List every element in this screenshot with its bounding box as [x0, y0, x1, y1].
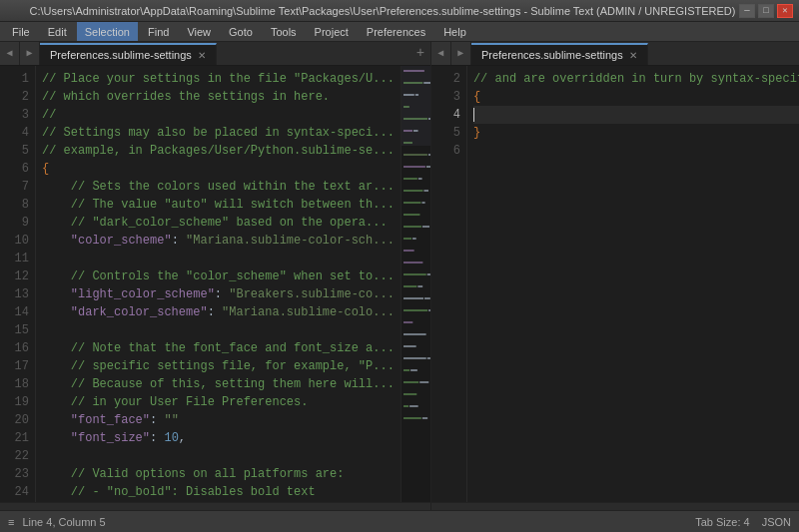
- menu-item-edit[interactable]: Edit: [40, 22, 75, 41]
- line-number: 13: [0, 285, 29, 303]
- line-number: 14: [0, 303, 29, 321]
- line-number: 15: [0, 321, 29, 339]
- code-token: :: [150, 431, 164, 445]
- left-tab-label: Preferences.sublime-settings: [50, 49, 192, 61]
- right-line-numbers: 23456: [431, 66, 467, 502]
- status-menu-icon[interactable]: ≡: [8, 516, 14, 528]
- left-code-content[interactable]: // Place your settings in the file "Pack…: [36, 66, 400, 502]
- code-token: // Settings may also be placed in syntax…: [42, 126, 395, 140]
- menu-bar: FileEditSelectionFindViewGotoToolsProjec…: [0, 22, 799, 42]
- line-number: 2: [0, 88, 29, 106]
- code-line: // Valid options on all platforms are:: [42, 465, 395, 483]
- right-tab-close-icon[interactable]: ✕: [629, 50, 637, 61]
- line-number: 3: [0, 106, 29, 124]
- left-tab-close-icon[interactable]: ✕: [198, 50, 206, 61]
- line-number: 9: [0, 214, 29, 232]
- code-token: "font_size": [42, 431, 150, 445]
- menu-item-selection[interactable]: Selection: [77, 22, 138, 41]
- right-panel: ◀ ▶ Preferences.sublime-settings ✕ + 234…: [431, 42, 799, 510]
- menu-item-help[interactable]: Help: [435, 22, 474, 41]
- cursor: [473, 108, 474, 122]
- left-tab-preferences[interactable]: Preferences.sublime-settings ✕: [40, 43, 217, 65]
- code-line: [42, 447, 395, 465]
- status-position: Line 4, Column 5: [22, 516, 105, 528]
- code-line: // Place your settings in the file "Pack…: [42, 70, 395, 88]
- menu-item-file[interactable]: File: [4, 22, 38, 41]
- code-line: {: [473, 88, 799, 106]
- right-tab-preferences[interactable]: Preferences.sublime-settings ✕: [471, 43, 648, 65]
- line-number: 19: [0, 393, 29, 411]
- line-number: 4: [431, 106, 460, 124]
- code-token: "light_color_scheme": [42, 287, 215, 301]
- left-tab-next[interactable]: ▶: [20, 42, 40, 65]
- code-line: // specific settings file, for example, …: [42, 357, 395, 375]
- line-number: 10: [0, 232, 29, 250]
- code-token: // Because of this, setting them here wi…: [42, 377, 395, 391]
- status-right: Tab Size: 4 JSON: [695, 516, 791, 528]
- editor-area: ◀ ▶ Preferences.sublime-settings ✕ + 123…: [0, 42, 799, 510]
- code-line: "font_face": "": [42, 411, 395, 429]
- menu-item-find[interactable]: Find: [140, 22, 177, 41]
- maximize-button[interactable]: □: [758, 4, 774, 18]
- line-number: 16: [0, 339, 29, 357]
- code-line: // - "no_italic": Disables italic text: [42, 501, 395, 502]
- window-controls[interactable]: ─ □ ✕: [739, 4, 793, 18]
- line-number: 2: [431, 70, 460, 88]
- code-token: "dark_color_scheme": [42, 305, 208, 319]
- code-token: //: [42, 108, 56, 122]
- code-line: // in your User File Preferences.: [42, 393, 395, 411]
- code-line: // example, in Packages/User/Python.subl…: [42, 142, 395, 160]
- code-line: "dark_color_scheme": "Mariana.sublime-co…: [42, 303, 395, 321]
- right-code-area: 23456 // and are overridden in turn by s…: [431, 66, 799, 502]
- title-text: C:\Users\Administrator\AppData\Roaming\S…: [26, 5, 739, 17]
- right-tab-prev[interactable]: ◀: [431, 42, 451, 65]
- left-tab-prev[interactable]: ◀: [0, 42, 20, 65]
- menu-item-preferences[interactable]: Preferences: [359, 22, 433, 41]
- menu-item-tools[interactable]: Tools: [263, 22, 305, 41]
- menu-item-goto[interactable]: Goto: [221, 22, 261, 41]
- code-line: // - "no_bold": Disables bold text: [42, 483, 395, 501]
- status-syntax[interactable]: JSON: [762, 516, 791, 528]
- code-token: }: [473, 126, 480, 140]
- line-number: 11: [0, 250, 29, 267]
- left-scrollbar[interactable]: [0, 502, 430, 510]
- right-scrollbar[interactable]: [431, 502, 799, 510]
- code-token: "font_face": [42, 413, 150, 427]
- line-number: 5: [0, 142, 29, 160]
- menu-item-project[interactable]: Project: [307, 22, 357, 41]
- left-tab-add[interactable]: +: [410, 42, 430, 65]
- code-token: {: [42, 162, 49, 176]
- code-token: // Valid options on all platforms are:: [42, 467, 344, 481]
- line-number: 18: [0, 375, 29, 393]
- code-line: //: [42, 106, 395, 124]
- code-line: // Sets the colors used within the text …: [42, 178, 395, 196]
- right-tab-bar: ◀ ▶ Preferences.sublime-settings ✕ +: [431, 42, 799, 66]
- menu-item-view[interactable]: View: [179, 22, 219, 41]
- code-token: // and are overridden in turn by syntax-…: [473, 72, 799, 86]
- close-button[interactable]: ✕: [777, 4, 793, 18]
- line-number: 1: [0, 70, 29, 88]
- left-tab-bar: ◀ ▶ Preferences.sublime-settings ✕ +: [0, 42, 430, 66]
- line-number: 21: [0, 429, 29, 447]
- code-line: // which overrides the settings in here.: [42, 88, 395, 106]
- code-token: // example, in Packages/User/Python.subl…: [42, 144, 395, 158]
- right-tab-next[interactable]: ▶: [451, 42, 471, 65]
- left-panel: ◀ ▶ Preferences.sublime-settings ✕ + 123…: [0, 42, 431, 510]
- code-line: // Note that the font_face and font_size…: [42, 339, 395, 357]
- panels: ◀ ▶ Preferences.sublime-settings ✕ + 123…: [0, 42, 799, 510]
- line-number: 22: [0, 447, 29, 465]
- code-line: // Settings may also be placed in syntax…: [42, 124, 395, 142]
- code-line: // Because of this, setting them here wi…: [42, 375, 395, 393]
- line-number: 6: [431, 142, 460, 160]
- right-code-content[interactable]: // and are overridden in turn by syntax-…: [467, 66, 799, 502]
- line-number: 8: [0, 196, 29, 214]
- code-token: :: [208, 305, 222, 319]
- code-token: "Breakers.sublime-co...: [229, 287, 395, 301]
- status-tab-size[interactable]: Tab Size: 4: [695, 516, 749, 528]
- line-number: 25: [0, 501, 29, 502]
- minimize-button[interactable]: ─: [739, 4, 755, 18]
- code-token: // - "no_bold": Disables bold text: [42, 485, 316, 499]
- line-number: 17: [0, 357, 29, 375]
- status-bar: ≡ Line 4, Column 5 Tab Size: 4 JSON: [0, 510, 799, 532]
- left-line-numbers: 1234567891011121314151617181920212223242…: [0, 66, 36, 502]
